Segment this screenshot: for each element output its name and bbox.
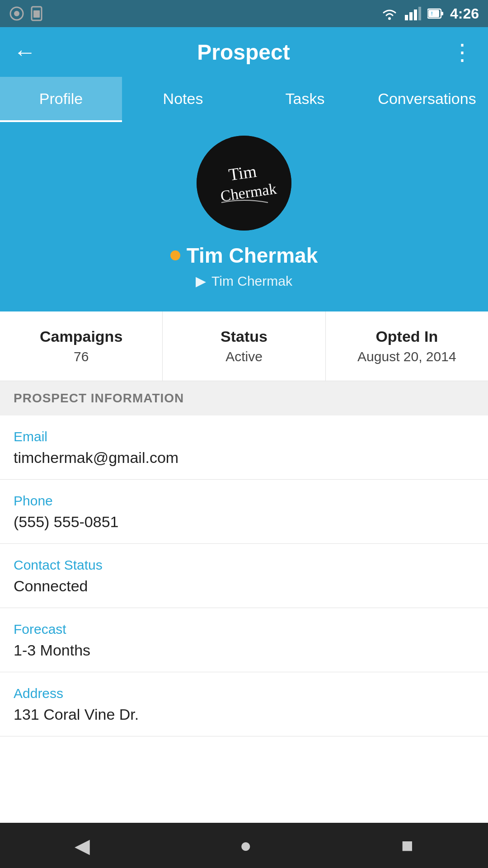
svg-point-13 — [197, 136, 291, 231]
back-button[interactable]: ← — [14, 39, 36, 65]
tab-profile[interactable]: Profile — [0, 77, 122, 122]
field-phone[interactable]: Phone (555) 555-0851 — [0, 480, 488, 544]
stats-row: Campaigns 76 Status Active Opted In Augu… — [0, 311, 488, 381]
stat-campaigns: Campaigns 76 — [0, 311, 163, 381]
status-bar-left — [9, 6, 43, 21]
stat-status: Status Active — [163, 311, 325, 381]
field-contact-status[interactable]: Contact Status Connected — [0, 544, 488, 608]
field-forecast[interactable]: Forecast 1-3 Months — [0, 608, 488, 672]
svg-rect-7 — [414, 9, 417, 20]
svg-rect-3 — [33, 10, 40, 18]
bottom-nav: ◀ ● ■ — [0, 823, 488, 868]
svg-rect-5 — [405, 15, 408, 20]
nav-back-button[interactable]: ◀ — [75, 834, 90, 857]
nav-recents-button[interactable]: ■ — [401, 834, 413, 857]
contact-name: Tim Chermak — [187, 243, 318, 268]
app-bar: ← Prospect ⋮ — [0, 27, 488, 77]
status-bar: ! 4:26 — [0, 0, 488, 27]
svg-text:!: ! — [431, 11, 433, 16]
stat-optedin-value: August 20, 2014 — [357, 349, 456, 364]
tab-notes[interactable]: Notes — [122, 77, 244, 122]
tab-bar: Profile Notes Tasks Conversations — [0, 77, 488, 122]
field-email-value: timchermak@gmail.com — [14, 449, 474, 467]
online-indicator — [170, 250, 180, 260]
contact-subname: Tim Chermak — [211, 274, 292, 289]
field-address[interactable]: Address 131 Coral Vine Dr. — [0, 672, 488, 736]
status-time: 4:26 — [450, 5, 479, 22]
stat-status-value: Active — [225, 349, 263, 364]
svg-rect-6 — [409, 12, 413, 20]
svg-rect-8 — [418, 7, 421, 20]
field-contact-status-value: Connected — [14, 577, 474, 595]
svg-point-1 — [14, 11, 19, 16]
field-phone-label: Phone — [14, 493, 474, 509]
stat-optedin-label: Opted In — [375, 328, 438, 345]
profile-header: Tim Chermak Tim Chermak ▶ Tim Chermak — [0, 122, 488, 311]
tab-tasks[interactable]: Tasks — [244, 77, 366, 122]
stat-status-label: Status — [221, 328, 267, 345]
nav-home-button[interactable]: ● — [239, 834, 252, 857]
field-email-label: Email — [14, 429, 474, 444]
status-bar-right: ! 4:26 — [380, 5, 479, 22]
field-email[interactable]: Email timchermak@gmail.com — [0, 415, 488, 480]
tab-conversations[interactable]: Conversations — [366, 77, 488, 122]
signal-icon — [405, 7, 421, 20]
avatar: Tim Chermak — [197, 136, 291, 231]
battery-icon: ! — [427, 8, 444, 19]
field-forecast-label: Forecast — [14, 622, 474, 637]
svg-point-4 — [388, 17, 391, 20]
field-address-value: 131 Coral Vine Dr. — [14, 706, 474, 723]
circle-icon — [9, 6, 24, 21]
stat-campaigns-value: 76 — [74, 349, 89, 364]
svg-rect-11 — [428, 10, 439, 17]
wifi-icon — [380, 7, 399, 20]
field-phone-value: (555) 555-0851 — [14, 513, 474, 531]
app-bar-title: Prospect — [197, 40, 290, 65]
svg-rect-10 — [441, 12, 443, 15]
stat-optedin: Opted In August 20, 2014 — [326, 311, 488, 381]
svg-text:Tim: Tim — [227, 161, 258, 184]
sim-icon — [30, 6, 43, 21]
overflow-menu-button[interactable]: ⋮ — [451, 39, 474, 65]
stat-campaigns-label: Campaigns — [40, 328, 122, 345]
contact-name-row: Tim Chermak — [170, 243, 318, 268]
field-address-label: Address — [14, 686, 474, 701]
field-forecast-value: 1-3 Months — [14, 642, 474, 659]
share-icon: ▶ — [196, 273, 206, 289]
contact-sub: ▶ Tim Chermak — [196, 273, 292, 289]
section-header-prospect-info: PROSPECT INFORMATION — [0, 381, 488, 415]
field-contact-status-label: Contact Status — [14, 557, 474, 573]
